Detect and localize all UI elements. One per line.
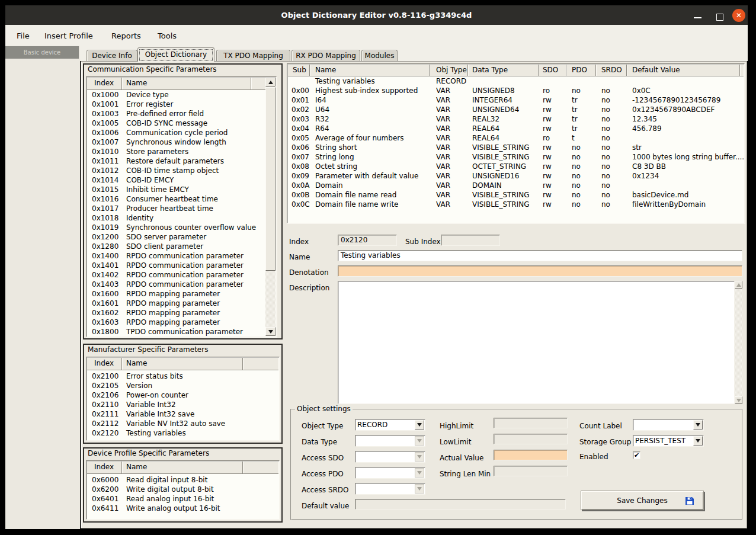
access-srdo-select[interactable] <box>355 483 425 495</box>
table-row[interactable]: 0x1010Store parameters <box>87 147 265 156</box>
table-row[interactable]: 0x06String shortVARVISIBLE_STRINGrwnonos… <box>288 143 744 152</box>
count-label-select[interactable] <box>633 419 704 431</box>
table-row[interactable]: 0x1402RPDO communication parameter <box>87 270 265 280</box>
table-row[interactable]: 0x2106Power-on counter <box>87 390 278 400</box>
table-row[interactable]: 0x6000Read digital input 8-bit <box>87 475 278 485</box>
table-row[interactable]: 0x2100Error status bits <box>87 371 278 381</box>
table-row[interactable]: 0x0BDomain file name readVARVISIBLE_STRI… <box>288 190 744 200</box>
table-row[interactable]: 0x6401Read analog input 16-bit <box>87 494 278 504</box>
table-row[interactable]: 0x1600RPDO mapping parameter <box>87 289 265 299</box>
table-row[interactable]: 0x2110Variable Int32 <box>87 400 278 409</box>
description-scrollbar[interactable] <box>735 281 742 404</box>
access-sdo-select[interactable] <box>355 451 425 463</box>
table-row[interactable]: 0x1403RPDO communication parameter <box>87 280 265 289</box>
table-row[interactable]: 0x0ADomainVARDOMAINrwnono <box>288 181 744 190</box>
minimize-icon[interactable] <box>694 17 701 18</box>
save-changes-button[interactable]: Save Changes <box>581 491 704 510</box>
data-type-select[interactable] <box>355 435 425 447</box>
table-row[interactable]: 0x1019Synchronous counter overflow value <box>87 223 265 232</box>
column-header-name[interactable]: Name <box>126 358 147 369</box>
table-row[interactable]: 0x1007Synchronous window length <box>87 137 265 147</box>
actual-value-field[interactable] <box>494 450 568 460</box>
sidebar-item-basic-device[interactable]: Basic device <box>5 46 79 59</box>
tab-tx-pdo-mapping[interactable]: TX PDO Mapping <box>216 50 290 61</box>
tab-device-info[interactable]: Device Info <box>87 50 137 61</box>
comm-table-scrollbar[interactable] <box>265 78 276 336</box>
scrollbar-thumb[interactable] <box>265 87 276 271</box>
table-row[interactable]: 0x07String longVARVISIBLE_STRINGrwnono10… <box>288 152 744 162</box>
table-row[interactable]: 0x1602RPDO mapping parameter <box>87 308 265 318</box>
table-row[interactable]: 0x1006Communication cycle period <box>87 128 265 137</box>
object-type-select[interactable]: RECORD <box>355 419 425 431</box>
denotation-field[interactable] <box>338 265 742 277</box>
maximize-icon[interactable] <box>716 14 723 21</box>
default-value-field[interactable] <box>355 499 566 510</box>
chevron-down-icon[interactable] <box>693 420 703 430</box>
string-len-min-field[interactable] <box>494 466 568 476</box>
table-row[interactable]: 0x1012COB-ID time stamp object <box>87 166 265 175</box>
column-header-name[interactable]: Name <box>126 462 147 473</box>
table-row[interactable]: 0x1800TPDO communication parameter <box>87 327 265 336</box>
column-header-pdo[interactable]: PDO <box>572 65 587 75</box>
storage-group-select[interactable]: PERSIST_TEST <box>633 435 704 447</box>
high-limit-field[interactable] <box>494 418 568 428</box>
menu-tools[interactable]: Tools <box>155 30 179 42</box>
column-header-sub[interactable]: Sub <box>293 65 306 75</box>
menu-reports[interactable]: Reports <box>109 30 143 42</box>
index-field[interactable]: 0x2120 <box>338 235 397 246</box>
table-row[interactable]: 0x1011Restore default parameters <box>87 156 265 166</box>
column-header-name[interactable]: Name <box>126 78 147 89</box>
table-row[interactable]: 0x1603RPDO mapping parameter <box>87 318 265 327</box>
tab-modules[interactable]: Modules <box>361 50 398 61</box>
table-row[interactable]: 0x1018Identity <box>87 213 265 223</box>
column-header-data-type[interactable]: Data Type <box>472 65 508 75</box>
table-row[interactable]: 0x1401RPDO communication parameter <box>87 261 265 270</box>
description-field[interactable] <box>338 281 735 404</box>
table-row[interactable]: 0x1601RPDO mapping parameter <box>87 299 265 308</box>
scroll-up-icon[interactable] <box>265 78 276 87</box>
column-header-name[interactable]: Name <box>315 65 336 75</box>
tab-rx-pdo-mapping[interactable]: RX PDO Mapping <box>291 50 360 61</box>
column-header-obj-type[interactable]: Obj Type <box>436 65 467 75</box>
table-row[interactable]: 0x6411Write analog output 16-bit <box>87 504 278 513</box>
table-row[interactable]: 0x2120Testing variables <box>87 428 278 438</box>
column-header-default-value[interactable]: Default Value <box>632 65 680 75</box>
name-field[interactable]: Testing variables <box>338 250 742 261</box>
table-row[interactable]: 0x08Octet stringVAROCTET_STRINGrwnonoC8 … <box>288 162 744 171</box>
table-row[interactable]: 0x0CDomain file name writeVARVISIBLE_STR… <box>288 200 744 209</box>
close-button[interactable]: ✕ <box>732 9 745 22</box>
low-limit-field[interactable] <box>494 434 568 444</box>
table-row[interactable]: 0x03R32VARREAL32rwtrno12.345 <box>288 114 744 124</box>
table-row[interactable]: 0x6200Write digital output 8-bit <box>87 485 278 494</box>
table-row[interactable]: 0x05Average of four numbersVARREAL64rotn… <box>288 133 744 143</box>
table-row[interactable]: 0x09Parameter with default valueVARUNSIG… <box>288 171 744 181</box>
table-row[interactable]: 0x1200SDO server parameter <box>87 232 265 242</box>
table-row[interactable]: 0x00Highest sub-index supportedVARUNSIGN… <box>288 86 744 95</box>
sub-index-field[interactable] <box>441 235 500 246</box>
scroll-down-icon[interactable] <box>265 327 276 336</box>
table-row[interactable]: 0x2112Variable NV Int32 auto save <box>87 419 278 428</box>
table-row[interactable]: 0x02U64VARUNSIGNED64rwtrno0x1234567890AB… <box>288 105 744 114</box>
table-row[interactable]: 0x04R64VARREAL64rwtrno456.789 <box>288 124 744 133</box>
table-row[interactable]: 0x1003Pre-defined error field <box>87 109 265 118</box>
chevron-down-icon[interactable] <box>415 420 424 430</box>
table-row[interactable]: 0x1280SDO client parameter <box>87 242 265 251</box>
column-header-srdo[interactable]: SRDO <box>601 65 622 75</box>
menu-insert-profile[interactable]: Insert Profile <box>42 30 95 42</box>
enabled-checkbox[interactable]: ✔ <box>633 451 640 459</box>
chevron-down-icon[interactable] <box>693 436 703 446</box>
table-row[interactable]: 0x1000Device type <box>87 90 265 100</box>
table-row[interactable]: 0x1005COB-ID SYNC message <box>87 118 265 128</box>
scroll-down-icon[interactable] <box>735 396 742 404</box>
table-row[interactable]: 0x1017Producer heartbeat time <box>87 204 265 213</box>
column-header-index[interactable]: Index <box>94 358 114 369</box>
table-row[interactable]: 0x2111Variable Int32 save <box>87 409 278 419</box>
scroll-up-icon[interactable] <box>735 281 742 289</box>
table-row[interactable]: 0x1001Error register <box>87 100 265 109</box>
access-pdo-select[interactable] <box>355 467 425 479</box>
table-row[interactable]: 0x1015Inhibit time EMCY <box>87 185 265 194</box>
table-row[interactable]: 0x1400RPDO communication parameter <box>87 251 265 261</box>
column-header-sdo[interactable]: SDO <box>543 65 558 75</box>
table-row[interactable]: 0x2105Version <box>87 381 278 390</box>
table-row[interactable]: Testing variablesRECORD <box>288 76 744 86</box>
